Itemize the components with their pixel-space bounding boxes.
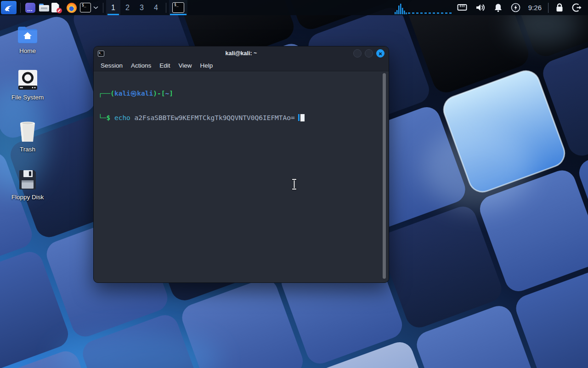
panel-separator bbox=[166, 3, 166, 13]
input-cursor-bar bbox=[298, 114, 300, 121]
panel-separator bbox=[20, 3, 21, 13]
active-task-underline bbox=[170, 14, 187, 15]
desktop-icon-file-system[interactable]: File System bbox=[5, 69, 51, 101]
command-argument bbox=[130, 114, 135, 121]
floppy-disk-icon bbox=[18, 169, 37, 190]
menu-actions[interactable]: Actions bbox=[127, 61, 155, 70]
text-editor-button[interactable] bbox=[51, 0, 65, 15]
kali-dragon-icon bbox=[3, 2, 14, 13]
kali-menu-button[interactable] bbox=[1, 1, 17, 14]
logout-icon bbox=[572, 3, 582, 12]
window-titlebar[interactable]: $_ kali@kali: ~ bbox=[94, 46, 389, 60]
panel-separator bbox=[103, 3, 103, 13]
terminal-scrollbar[interactable] bbox=[383, 73, 386, 279]
top-panel: $_ 1 2 3 4 $_ bbox=[0, 0, 588, 15]
prompt-frame: ┌──( bbox=[98, 90, 114, 97]
logout-button[interactable] bbox=[572, 3, 582, 12]
lock-icon bbox=[555, 3, 564, 12]
notifications-button[interactable] bbox=[494, 3, 503, 12]
firefox-button[interactable] bbox=[65, 0, 79, 15]
terminal-output[interactable]: ┌──(kali㉿kali)-[~] └─$ echo a2FsaSBBTEw9… bbox=[94, 71, 389, 282]
workspace-button-1[interactable]: 1 bbox=[106, 0, 120, 15]
prompt-frame: )-[ bbox=[153, 90, 165, 97]
active-workspace-underline bbox=[107, 14, 119, 15]
edit-badge-icon bbox=[57, 8, 62, 13]
terminal-window: $_ kali@kali: ~ Session Actions Edit Vie… bbox=[93, 46, 389, 283]
chevron-down-icon[interactable] bbox=[93, 6, 98, 9]
terminal-icon: $_ bbox=[80, 3, 91, 12]
desktop-icon-label: Floppy Disk bbox=[11, 194, 44, 201]
desktop-icon-trash[interactable]: Trash bbox=[5, 121, 51, 153]
prompt-frame: ] bbox=[169, 90, 173, 97]
terminal-cursor bbox=[300, 114, 305, 121]
home-folder-icon bbox=[17, 26, 38, 44]
prompt-line-1: ┌──(kali㉿kali)-[~] bbox=[98, 90, 380, 98]
workspace-label: 3 bbox=[140, 4, 144, 12]
workspace-pager: 1 2 3 4 bbox=[106, 0, 163, 15]
clock[interactable]: 9:26 bbox=[528, 4, 542, 12]
terminal-icon: $_ bbox=[172, 2, 184, 13]
terminal-launcher-button[interactable]: $_ bbox=[79, 0, 92, 15]
taskbar-terminal-button[interactable]: $_ bbox=[169, 0, 187, 15]
prompt-path: ~ bbox=[165, 90, 169, 97]
desktop: $_ 1 2 3 4 $_ bbox=[0, 0, 588, 368]
workspace-button-4[interactable]: 4 bbox=[149, 0, 163, 15]
desktop-icon-label: Home bbox=[19, 47, 36, 54]
lock-screen-button[interactable] bbox=[555, 3, 564, 12]
prompt-line-2: └─$ echo a2FsaSBBTEw9KEFMTCkgTk9QQVNTV0Q… bbox=[98, 114, 380, 122]
prompt-frame: └─$ bbox=[98, 114, 114, 121]
desktop-icon-label: Trash bbox=[20, 146, 35, 153]
hard-drive-icon bbox=[17, 69, 38, 91]
power-manager-button[interactable] bbox=[511, 3, 520, 12]
volume-icon bbox=[475, 3, 486, 12]
window-terminal-icon: $_ bbox=[98, 51, 104, 57]
prompt-user-host: kali㉿kali bbox=[114, 90, 153, 97]
workspace-label: 1 bbox=[111, 4, 115, 12]
window-title: kali@kali: ~ bbox=[94, 50, 389, 57]
trash-icon bbox=[17, 121, 38, 143]
system-monitor-graph[interactable] bbox=[394, 0, 408, 15]
window-menubar: Session Actions Edit View Help bbox=[94, 60, 389, 71]
bell-icon bbox=[494, 3, 503, 12]
command-text: echo bbox=[114, 114, 130, 121]
menu-session[interactable]: Session bbox=[96, 61, 127, 70]
desktop-icon-label: File System bbox=[11, 94, 44, 101]
system-monitor-history[interactable] bbox=[408, 12, 452, 14]
file-manager-icon bbox=[39, 4, 49, 12]
menu-edit[interactable]: Edit bbox=[155, 61, 174, 70]
app-launcher-icon bbox=[25, 3, 35, 13]
command-argument: a2FsaSBBTEw9KEFMTCkgTk9QQVNTV0Q6IEFMTAo= bbox=[135, 114, 295, 121]
minimize-button[interactable] bbox=[353, 49, 362, 58]
maximize-button[interactable] bbox=[365, 49, 373, 58]
workspace-label: 2 bbox=[125, 4, 130, 12]
network-icon bbox=[457, 4, 467, 12]
desktop-icon-floppy-disk[interactable]: Floppy Disk bbox=[5, 169, 51, 201]
menu-help[interactable]: Help bbox=[196, 61, 217, 70]
network-button[interactable] bbox=[457, 4, 467, 12]
menu-view[interactable]: View bbox=[175, 61, 196, 70]
workspace-label: 4 bbox=[154, 4, 158, 12]
file-manager-button[interactable] bbox=[37, 0, 51, 15]
power-badge-icon bbox=[511, 3, 520, 12]
firefox-icon bbox=[67, 3, 77, 13]
close-button[interactable] bbox=[376, 49, 384, 58]
workspace-button-3[interactable]: 3 bbox=[135, 0, 149, 15]
volume-button[interactable] bbox=[475, 3, 486, 12]
mouse-ibeam-cursor bbox=[291, 178, 298, 192]
workspace-button-2[interactable]: 2 bbox=[120, 0, 135, 15]
app-launcher-button[interactable] bbox=[23, 0, 37, 15]
panel-separator bbox=[548, 3, 548, 13]
desktop-icon-home[interactable]: Home bbox=[5, 26, 51, 54]
